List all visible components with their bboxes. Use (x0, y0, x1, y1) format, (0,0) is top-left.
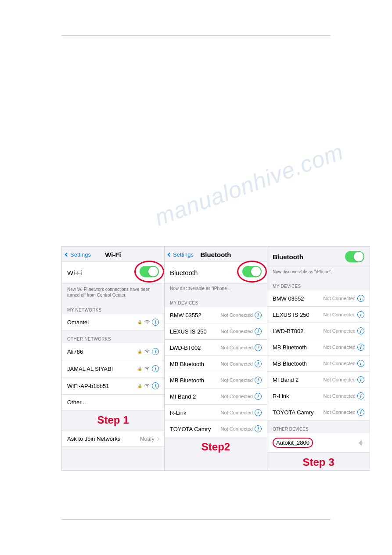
ask-join-label: Ask to Join Networks (67, 435, 120, 442)
wifi-network-ali786[interactable]: Ali786 🔒 i (62, 343, 164, 360)
wifi-my-networks-header: MY NETWORKS (62, 301, 164, 314)
bt-device-mb1-label: MB Bluetooth (170, 361, 204, 367)
bt-device-lwd-right: Not Connected i (221, 344, 262, 351)
bt-toggle-knob (251, 267, 261, 276)
bottom-divider (61, 519, 331, 520)
bt3-device-rlink-label: R-Link (273, 393, 289, 399)
bt3-device-mb1-status: Not Connected (324, 345, 356, 350)
bt3-device-lwd-status: Not Connected (324, 328, 356, 334)
step1-label: Step 1 (62, 410, 164, 428)
wifi-signal-icon (144, 319, 150, 325)
bt3-title: Bluetooth (273, 253, 303, 261)
bt3-device-lwd-info[interactable]: i (357, 327, 364, 334)
bt-device-mi[interactable]: MI Band 2 Not Connected i (165, 388, 267, 405)
wifi-network-omantel[interactable]: Omantel 🔒 i (62, 314, 164, 330)
ask-join-right: Notify (140, 435, 159, 442)
bt-device-lwd-info[interactable]: i (255, 344, 262, 351)
bt3-device-lwd[interactable]: LWD-BT002 Not Connected i (267, 323, 370, 339)
ali786-wifi-icon (144, 348, 150, 355)
bt-device-mb2-info[interactable]: i (255, 377, 262, 384)
wifi-network-wifi-ap[interactable]: WiFi-AP-b1bb51 🔒 i (62, 377, 164, 395)
bt3-header-row: Bluetooth (267, 247, 370, 267)
bt-back-button[interactable]: Settings (168, 251, 194, 258)
bt3-device-lexus[interactable]: LEXUS IS 250 Not Connected i (267, 307, 370, 323)
bt-device-lexus[interactable]: LEXUS IS 250 Not Connected i (165, 323, 267, 340)
wifi-network-ali786-label: Ali786 (67, 348, 83, 355)
bt-device-lexus-right: Not Connected i (221, 328, 262, 335)
bt-device-bmw-label: BMW 03552 (170, 312, 201, 319)
wifi-network-wifi-ap-label: WiFi-AP-b1bb51 (67, 383, 109, 389)
wifi-other-label: Other... (67, 399, 86, 406)
bt3-device-lexus-info[interactable]: i (357, 311, 364, 318)
ali786-right: 🔒 i (137, 348, 159, 355)
bt-header: Settings Bluetooth (165, 247, 267, 261)
bt3-device-bmw-info[interactable]: i (357, 295, 364, 302)
bt3-toggle[interactable] (345, 251, 364, 262)
ali786-info-icon[interactable]: i (152, 348, 159, 355)
bt-device-rlink-right: Not Connected i (221, 409, 262, 416)
wifi-other-item[interactable]: Other... (62, 395, 164, 410)
main-content: Settings Wi-Fi Wi-Fi New Wi-Fi network c… (61, 246, 370, 471)
wifi-toggle-label: Wi-Fi (67, 269, 83, 276)
bt-device-mi-info[interactable]: i (255, 393, 262, 400)
wifi-ap-info-icon[interactable]: i (152, 382, 159, 389)
bt-device-toyota-status: Not Connected (221, 426, 253, 432)
bt-device-mb1[interactable]: MB Bluetooth Not Connected i (165, 356, 267, 372)
wifi-toggle[interactable] (140, 266, 159, 277)
ask-join-value: Notify (140, 435, 155, 442)
bt3-device-mb2-label: MB Bluetooth (273, 360, 307, 367)
lock-icon: 🔒 (137, 320, 142, 324)
bt3-device-mb1-info[interactable]: i (357, 344, 364, 351)
bt3-other-devices-label: OTHER DEVICES (273, 427, 309, 432)
svg-rect-0 (359, 442, 360, 444)
bt3-device-rlink-info[interactable]: i (357, 392, 364, 399)
ask-join-chevron (156, 437, 159, 440)
wifi-back-button[interactable]: Settings (65, 251, 91, 258)
bt3-device-mb2[interactable]: MB Bluetooth Not Connected i (267, 355, 370, 372)
ask-join-row[interactable]: Ask to Join Networks Notify (62, 431, 164, 447)
bt3-device-toyota[interactable]: TOYOTA Camry Not Connected i (267, 404, 370, 421)
bt-device-toyota-label: TOYOTA Camry (170, 426, 211, 432)
bt-device-mi-status: Not Connected (221, 394, 253, 399)
bt-device-toyota[interactable]: TOYOTA Camry Not Connected i (165, 421, 267, 437)
bt-device-rlink-info[interactable]: i (255, 409, 262, 416)
bluetooth-panel: Settings Bluetooth Bluetooth Now discove… (165, 246, 267, 471)
bt-device-lexus-info[interactable]: i (255, 328, 262, 335)
wifi-network-jamal[interactable]: JAMAL AL SIYABI 🔒 i (62, 360, 164, 377)
bt3-device-mb2-info[interactable]: i (357, 360, 364, 367)
bt-device-lwd[interactable]: LWD-BT002 Not Connected i (165, 340, 267, 356)
bt3-device-mb1[interactable]: MB Bluetooth Not Connected i (267, 339, 370, 355)
top-divider (61, 35, 331, 36)
bt-device-bmw-right: Not Connected i (221, 312, 262, 319)
bt3-device-bmw[interactable]: BMW 03552 Not Connected i (267, 290, 370, 307)
watermark: manualonhive.com (151, 138, 347, 231)
bt-device-rlink[interactable]: R-Link Not Connected i (165, 405, 267, 421)
jamal-info-icon[interactable]: i (152, 365, 159, 372)
bt3-device-lwd-label: LWD-BT002 (273, 328, 304, 334)
jamal-right: 🔒 i (137, 365, 159, 373)
bt3-device-toyota-label: TOYOTA Camry (273, 409, 313, 416)
bt3-device-rlink-status: Not Connected (324, 393, 356, 399)
bt3-device-mi[interactable]: MI Band 2 Not Connected i (267, 372, 370, 388)
bt-device-mb1-info[interactable]: i (255, 360, 262, 367)
bt-device-toyota-info[interactable]: i (255, 425, 262, 432)
wifi-panel: Settings Wi-Fi Wi-Fi New Wi-Fi network c… (61, 246, 165, 471)
bt-toggle[interactable] (242, 266, 262, 277)
bt3-device-autokit[interactable]: Autokit_2800 (267, 433, 370, 453)
bt3-device-toyota-info[interactable]: i (357, 409, 364, 416)
bt3-device-lexus-label: LEXUS IS 250 (273, 312, 309, 318)
bt3-device-mi-info[interactable]: i (357, 376, 364, 383)
jamal-lock-icon: 🔒 (137, 366, 142, 371)
wifi-toggle-knob (148, 267, 158, 276)
bt-device-bmw[interactable]: BMW 03552 Not Connected i (165, 307, 267, 323)
bt-device-lexus-status: Not Connected (221, 329, 253, 334)
bt-device-toyota-right: Not Connected i (221, 425, 262, 432)
omantel-info-icon[interactable]: i (152, 319, 159, 326)
bt-device-mb2-label: MB Bluetooth (170, 377, 204, 384)
chevron-left-icon (65, 253, 69, 257)
bt-device-mb2[interactable]: MB Bluetooth Not Connected i (165, 372, 267, 388)
bt3-device-rlink[interactable]: R-Link Not Connected i (267, 388, 370, 404)
bt-device-bmw-info[interactable]: i (255, 312, 262, 319)
wifi-info-text: New Wi-Fi network connections have been … (62, 284, 164, 301)
bt3-device-rlink-right: Not Connected i (324, 392, 364, 399)
